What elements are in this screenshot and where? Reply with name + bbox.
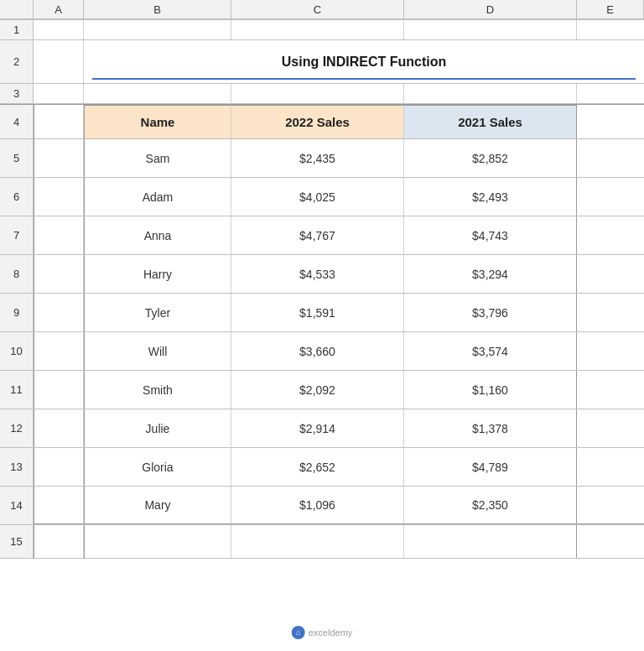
table-row-9: 9 Tyler $1,591 $3,796	[0, 294, 644, 332]
cell-2a	[34, 40, 84, 83]
cell-14c: $1,096	[231, 487, 404, 524]
table-row-12: 12 Julie $2,914 $1,378	[0, 409, 644, 448]
table-row-11: 11 Smith $2,092 $1,160	[0, 371, 644, 409]
watermark-icon: ⌂	[292, 626, 305, 639]
cell-10c: $3,660	[231, 332, 404, 370]
table-header-row: 4 Name 2022 Sales 2021 Sales	[0, 104, 644, 139]
cell-12a	[34, 409, 84, 447]
cell-1d	[404, 20, 577, 39]
cell-12b: Julie	[84, 409, 231, 447]
row-num-5: 5	[0, 139, 34, 177]
watermark: ⌂ exceldemy	[292, 626, 353, 639]
cell-7b: Anna	[84, 216, 231, 254]
cell-4e	[577, 105, 644, 138]
cell-1c	[231, 20, 404, 39]
col-header-c: C	[231, 0, 404, 19]
cell-11b: Smith	[84, 371, 231, 409]
cell-15e	[577, 525, 644, 558]
row-2: 2 Using INDIRECT Function	[0, 40, 644, 84]
cell-14e	[577, 487, 644, 524]
title-underline	[92, 78, 636, 80]
row-num-15: 15	[0, 525, 34, 558]
cell-14d: $2,350	[404, 487, 577, 524]
cell-7e	[577, 216, 644, 254]
cell-11d: $1,160	[404, 371, 577, 409]
row-num-4: 4	[0, 105, 34, 138]
cell-1e	[577, 20, 644, 39]
row-num-9: 9	[0, 294, 34, 331]
table-row-7: 7 Anna $4,767 $4,743	[0, 216, 644, 255]
cell-10b: Will	[84, 332, 231, 370]
row-num-14: 14	[0, 487, 34, 524]
cell-15a	[34, 525, 84, 558]
cell-6b: Adam	[84, 178, 231, 216]
cell-11e	[577, 371, 644, 409]
table-row-5: 5 Sam $2,435 $2,852	[0, 139, 644, 178]
cell-9d: $3,796	[404, 294, 577, 331]
cell-12d: $1,378	[404, 409, 577, 447]
cell-5d: $2,852	[404, 139, 577, 177]
col-header-a: A	[34, 0, 84, 19]
cell-6c: $4,025	[231, 178, 404, 216]
header-2022-cell: 2022 Sales	[231, 105, 404, 138]
cell-9b: Tyler	[84, 294, 231, 331]
cell-15c	[231, 525, 404, 558]
cell-1b	[84, 20, 231, 39]
col-header-e: E	[577, 0, 644, 19]
header-2021-label: 2021 Sales	[458, 115, 522, 129]
cell-9a	[34, 294, 84, 331]
cell-15d	[404, 525, 577, 558]
corner-cell	[0, 0, 34, 19]
cell-8d: $3,294	[404, 255, 577, 293]
header-2022-label: 2022 Sales	[285, 115, 350, 129]
cell-3b	[84, 84, 231, 103]
cell-14a	[34, 487, 84, 524]
cell-8e	[577, 255, 644, 293]
spreadsheet-title: Using INDIRECT Function	[84, 40, 644, 83]
table-row-6: 6 Adam $4,025 $2,493	[0, 178, 644, 216]
cell-14b: Mary	[84, 487, 231, 524]
cell-3e	[577, 84, 644, 103]
cell-5a	[34, 139, 84, 177]
col-header-b: B	[84, 0, 231, 19]
row-num-6: 6	[0, 178, 34, 216]
cell-15b	[84, 525, 231, 558]
row-num-13: 13	[0, 448, 34, 486]
table-row-8: 8 Harry $4,533 $3,294	[0, 255, 644, 294]
row-num-1: 1	[0, 20, 34, 39]
table-row-14: 14 Mary $1,096 $2,350	[0, 487, 644, 525]
row-num-7: 7	[0, 216, 34, 254]
cell-10e	[577, 332, 644, 370]
cell-3a	[34, 84, 84, 103]
row-num-11: 11	[0, 371, 34, 409]
table-row-13: 13 Gloria $2,652 $4,789	[0, 448, 644, 487]
cell-12c: $2,914	[231, 409, 404, 447]
spreadsheet: A B C D E 1 2 Using INDIRECT Function 3 …	[0, 0, 644, 651]
cell-11c: $2,092	[231, 371, 404, 409]
watermark-text: exceldemy	[309, 628, 353, 638]
cell-11a	[34, 371, 84, 409]
cell-12e	[577, 409, 644, 447]
cell-7d: $4,743	[404, 216, 577, 254]
cell-7a	[34, 216, 84, 254]
cell-8c: $4,533	[231, 255, 404, 293]
row-num-2: 2	[0, 40, 34, 83]
cell-10a	[34, 332, 84, 370]
cell-13a	[34, 448, 84, 486]
cell-13e	[577, 448, 644, 486]
data-rows: 5 Sam $2,435 $2,852 6 Adam $4,025 $2,493…	[0, 139, 644, 525]
row-num-8: 8	[0, 255, 34, 293]
cell-5e	[577, 139, 644, 177]
cell-5b: Sam	[84, 139, 231, 177]
cell-6e	[577, 178, 644, 216]
cell-3d	[404, 84, 577, 103]
header-2021-cell: 2021 Sales	[404, 105, 577, 138]
cell-8a	[34, 255, 84, 293]
cell-7c: $4,767	[231, 216, 404, 254]
cell-3c	[231, 84, 404, 103]
table-row-10: 10 Will $3,660 $3,574	[0, 332, 644, 371]
cell-13b: Gloria	[84, 448, 231, 486]
cell-1a	[34, 20, 84, 39]
row-15: 15	[0, 525, 644, 559]
header-name-label: Name	[141, 115, 175, 129]
